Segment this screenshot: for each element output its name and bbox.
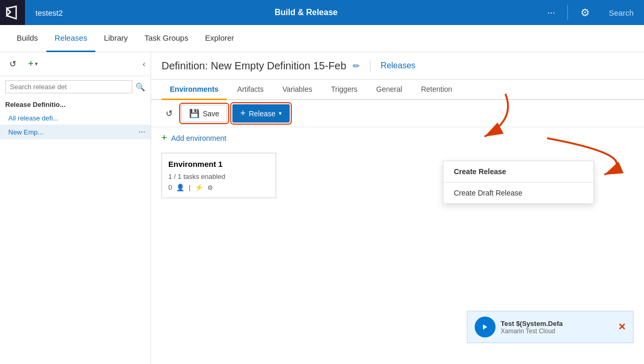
nav-tabs: Builds Releases Library Task Groups Expl… [0, 25, 644, 52]
tab-triggers[interactable]: Triggers [323, 80, 366, 100]
search-input[interactable] [5, 80, 132, 93]
tab-general[interactable]: General [368, 80, 411, 100]
tab-variables[interactable]: Variables [274, 80, 320, 100]
sidebar-item-all-definitions[interactable]: All release defi... [0, 112, 151, 125]
settings-icon-small: ⚙ [207, 184, 213, 191]
search-label[interactable]: Search [598, 8, 644, 17]
search-icon: 🔍 [135, 82, 145, 92]
tab-artifacts[interactable]: Artifacts [229, 80, 272, 100]
sidebar-add-chevron: ▾ [35, 60, 38, 67]
tab-releases[interactable]: Releases [46, 25, 96, 52]
tab-builds[interactable]: Builds [8, 25, 46, 52]
sidebar: ↺ + ▾ ‹ 🔍 Release Definitio... All relea… [0, 52, 151, 364]
content-toolbar: ↺ 💾 Save + Release ▾ [151, 100, 644, 127]
sidebar-collapse-button[interactable]: ‹ [143, 59, 145, 69]
footer-divider: | [189, 184, 190, 191]
notification-subtitle: Xamarin Test Cloud [501, 327, 613, 335]
sidebar-toolbar: ↺ + ▾ ‹ [0, 52, 151, 76]
tab-retention[interactable]: Retention [413, 80, 461, 100]
release-button[interactable]: + Release ▾ [232, 104, 290, 123]
definition-title: Definition: New Empty Definition 15-Feb [162, 60, 346, 72]
content-header: Definition: New Empty Definition 15-Feb … [151, 52, 644, 80]
content-area: Definition: New Empty Definition 15-Feb … [151, 52, 644, 364]
more-options[interactable]: ··· [539, 7, 563, 18]
environment-name: Environment 1 [168, 160, 269, 168]
sidebar-add-button[interactable]: + ▾ [24, 56, 42, 71]
sidebar-section-header: Release Definitio... [0, 98, 151, 112]
sidebar-item-selected[interactable]: New Emp... ··· [0, 125, 151, 139]
dropdown-menu: Create Release Create Draft Release [443, 161, 594, 204]
vs-logo [0, 0, 25, 25]
selected-item-label: New Emp... [8, 128, 43, 136]
environment-footer: 0 👤 | ⚡ ⚙ [168, 184, 269, 191]
release-chevron-icon: ▾ [279, 110, 282, 117]
topbar-divider [567, 5, 568, 20]
add-environment-row[interactable]: + Add environment [151, 127, 644, 149]
release-label: Release [249, 110, 275, 118]
tab-task-groups[interactable]: Task Groups [136, 25, 196, 52]
people-icon: 👤 [176, 184, 184, 191]
main-layout: ↺ + ▾ ‹ 🔍 Release Definitio... All relea… [0, 52, 644, 364]
environment-tasks: 1 / 1 tasks enabled [168, 173, 269, 180]
header-divider [370, 59, 370, 72]
xamarin-icon [475, 317, 496, 337]
tab-environments[interactable]: Environments [162, 80, 227, 100]
content-tabs: Environments Artifacts Variables Trigger… [151, 80, 644, 100]
save-icon: 💾 [189, 108, 200, 118]
create-draft-release-item[interactable]: Create Draft Release [443, 183, 593, 203]
notification-content: Test $(System.Defa Xamarin Test Cloud [501, 320, 613, 335]
notification-card: Test $(System.Defa Xamarin Test Cloud ✕ [467, 311, 634, 343]
sidebar-refresh-button[interactable]: ↺ [5, 57, 20, 71]
tab-library[interactable]: Library [95, 25, 136, 52]
save-button[interactable]: 💾 Save [181, 105, 227, 122]
save-label: Save [203, 110, 219, 118]
releases-link[interactable]: Releases [381, 61, 416, 70]
notification-title: Test $(System.Defa [501, 320, 613, 327]
plus-icon: + [28, 58, 34, 69]
release-plus-icon: + [240, 108, 246, 119]
sidebar-search-area: 🔍 [0, 76, 151, 98]
topbar-title: Build & Release [73, 8, 539, 17]
add-environment-label: Add environment [171, 134, 227, 142]
item-more-options[interactable]: ··· [139, 127, 145, 137]
people-count: 0 [168, 184, 172, 191]
edit-icon[interactable]: ✏ [353, 61, 360, 71]
topbar: testest2 Build & Release ··· ⚙ Search [0, 0, 644, 25]
notification-close-button[interactable]: ✕ [618, 321, 626, 333]
toolbar-refresh-button[interactable]: ↺ [162, 106, 176, 121]
project-name[interactable]: testest2 [25, 8, 73, 17]
agent-icon: ⚡ [195, 184, 203, 191]
environment-card: Environment 1 1 / 1 tasks enabled 0 👤 | … [162, 153, 276, 198]
add-environment-plus-icon: + [162, 132, 167, 143]
settings-icon[interactable]: ⚙ [572, 6, 598, 19]
tab-explorer[interactable]: Explorer [196, 25, 242, 52]
create-release-item[interactable]: Create Release [443, 161, 593, 183]
